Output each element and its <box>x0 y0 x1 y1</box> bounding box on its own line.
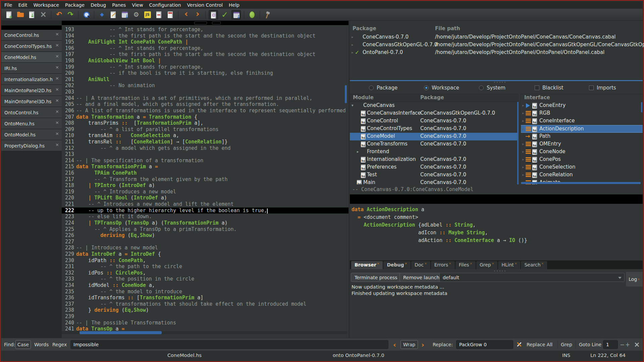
file-tab-ConeControlTypes.hs[interactable]: ConeControlTypes.hs× <box>1 41 62 51</box>
splitter-grip[interactable] <box>494 82 505 83</box>
editor-line[interactable]: 213 <box>62 151 348 158</box>
wrap-toggle[interactable]: Wrap <box>400 340 418 349</box>
radio-control[interactable] <box>479 85 484 90</box>
editor-line[interactable]: 195 AniFlight Int ConePath ConePath | <box>62 39 348 45</box>
interface-row-OMEntry[interactable]: ▸hsOMEntry <box>521 140 643 148</box>
editor-line[interactable]: 211 transRel :: [ConeRelation] → [ConeRe… <box>62 139 348 145</box>
doc-header-icon[interactable] <box>166 10 175 19</box>
replace-all-button[interactable]: Replace All <box>527 338 552 351</box>
package-row[interactable]: ▸✓OntoPanel-0.7.0/home/jutaro/Develop/Pr… <box>350 49 643 57</box>
module-row-Main[interactable]: hsMainConeCanvas-0.7.0 <box>350 179 519 184</box>
settings-page-icon[interactable]: ⚙ <box>209 10 218 19</box>
words-toggle[interactable]: Words <box>34 338 49 351</box>
open-file-icon[interactable] <box>16 10 25 19</box>
editor-line[interactable]: 209 -- ^ a list of parallel transformati… <box>62 126 348 133</box>
editor-strip-button[interactable] <box>194 21 207 24</box>
close-icon[interactable]: × <box>405 262 408 265</box>
editor-line[interactable]: 215data TransformationPrim a = <box>62 164 348 170</box>
radio-control[interactable] <box>369 85 374 90</box>
file-tab-OntoModel.hs[interactable]: OntoModel.hs× <box>1 129 62 140</box>
tab-log[interactable]: Log× <box>626 272 643 287</box>
checkbox-imports[interactable]: Imports <box>589 85 616 91</box>
expander-open-icon[interactable]: ▾ <box>352 103 354 108</box>
check-icon[interactable]: ✓ <box>220 10 229 19</box>
close-icon[interactable]: × <box>637 278 640 281</box>
editor-line[interactable]: 202 -- No animation <box>62 82 348 89</box>
module-row-Frontend[interactable]: ▸Frontend <box>350 148 519 156</box>
editor-line[interactable]: 228-- | Introduces a new model <box>62 245 348 251</box>
axe-icon[interactable] <box>263 10 272 19</box>
file-tab-MainOntoPanel3D.hs[interactable]: MainOntoPanel3D.hs× <box>1 96 62 107</box>
editor-line[interactable]: 226 deriving (Eq,Show) <box>62 232 348 239</box>
module-row-ConeControl[interactable]: hsConeControlConeCanvas-0.7.0 <box>350 117 519 125</box>
expander-icon[interactable]: ▸ <box>522 119 524 123</box>
goto-increment-button[interactable]: + <box>625 338 630 351</box>
editor-line[interactable]: 199 -- ^ Int stands for percentage, <box>62 64 348 70</box>
file-tab-OntoControl.hs[interactable]: OntoControl.hs× <box>1 107 62 118</box>
terminate-process-button[interactable]: Terminate process <box>351 273 401 282</box>
close-icon[interactable]: × <box>492 262 494 265</box>
panel-divider-blue[interactable] <box>350 80 643 81</box>
grep-button[interactable]: Grep <box>561 338 572 351</box>
editor-line[interactable]: 204-- | A transformation is a set of pri… <box>62 95 348 102</box>
editor-line[interactable]: 240-- | The possible Transformations <box>62 320 348 326</box>
interface-row-ConeSelection[interactable]: ▸hsConeSelection <box>521 164 643 171</box>
module-row-Test[interactable]: hsTestConeCanvas-0.7.0 <box>350 171 519 179</box>
close-icon[interactable]: × <box>55 32 59 37</box>
close-findbar-icon[interactable]: × <box>634 338 640 351</box>
doc-remove-icon[interactable] <box>154 10 164 19</box>
close-icon[interactable]: × <box>55 76 59 81</box>
case-toggle[interactable]: Case <box>15 340 31 349</box>
module-vertical-scrollbar[interactable] <box>517 102 519 184</box>
interface-row-ConeNode[interactable]: ▸hsConeNode <box>521 148 643 156</box>
checkbox-blacklist[interactable]: Blacklist <box>535 85 564 91</box>
editor-line[interactable]: 207data Transformation a = Transformatio… <box>62 114 348 120</box>
save-file-icon[interactable]: ↓ <box>27 10 37 19</box>
editor-line[interactable]: 234 idModel :: ConeNode a, <box>62 282 348 289</box>
interface-row-ConePos[interactable]: ▸hsConePos <box>521 156 643 164</box>
interface-row-RGB[interactable]: ▸hsRGB <box>521 110 643 117</box>
editor-line[interactable]: 214-- | The specification of a transform… <box>62 158 348 164</box>
menu-view[interactable]: View <box>129 1 146 9</box>
package-row[interactable]: ▸ConeCanvasGtkOpenGL-0.7.0/home/jutaro/D… <box>350 41 643 49</box>
editor-line[interactable]: 200 -- if the bool is true it is startti… <box>62 70 348 76</box>
editor-line[interactable]: 193 -- ^ Int stands for percentage, <box>62 26 348 33</box>
editor-line[interactable]: 216 TPAim ConePath <box>62 170 348 176</box>
expander-icon[interactable]: ▸ <box>522 142 524 146</box>
editor-vertical-scrollbar[interactable] <box>345 85 347 103</box>
module-row-Preferences[interactable]: hsPreferencesConeCanvas-0.7.0 <box>350 164 519 171</box>
editor-lines[interactable]: 193 -- ^ Int stands for percentage,194 -… <box>62 25 348 332</box>
gears-icon[interactable]: ⚙ <box>131 10 141 19</box>
editor-line[interactable]: 224 | TPTransOp (TransOp a) (Transformat… <box>62 220 348 226</box>
checkbox-control[interactable] <box>535 85 539 90</box>
close-icon[interactable]: × <box>55 54 59 59</box>
menu-version-control[interactable]: Version Control <box>184 1 226 9</box>
run-window-icon[interactable]: ↓ <box>120 10 129 19</box>
close-icon[interactable]: × <box>377 262 380 265</box>
editor-line[interactable]: 225 -- ^ Applies a TransOp to a primTran… <box>62 226 348 233</box>
editor-line[interactable]: 238 } deriving (Eq,Show) <box>62 307 348 313</box>
checkbox-control[interactable] <box>589 85 594 90</box>
radio-workspace[interactable]: Workspace <box>424 85 459 91</box>
goto-decrement-button[interactable]: − <box>620 338 625 351</box>
editor-line[interactable]: 233 -- ^ the position in the circle <box>62 276 348 282</box>
expander-icon[interactable]: ▸ <box>352 35 354 39</box>
close-file-icon[interactable]: × <box>39 10 48 19</box>
search-input[interactable] <box>70 340 388 349</box>
editor-line[interactable]: 201 AniNull <box>62 76 348 83</box>
editor-strip-button[interactable] <box>212 21 221 24</box>
menu-package[interactable]: Package <box>62 1 88 9</box>
close-icon[interactable]: × <box>470 262 472 265</box>
back-icon[interactable]: ‹ <box>181 10 191 19</box>
editor-line[interactable]: 236 idTransforms :: [TransformationPrim … <box>62 295 348 301</box>
expander-icon[interactable]: ▸ <box>522 103 524 108</box>
module-row-ConeTransforms[interactable]: hsConeTransformsConeCanvas-0.7.0 <box>350 140 519 148</box>
interface-row-ConeEntry[interactable]: ▸hsConeEntry <box>521 102 643 110</box>
find-next-icon[interactable]: › <box>421 338 424 351</box>
launch-config-dropdown[interactable]: default <box>439 273 625 282</box>
interface-row-ConeRelation[interactable]: ▸hsConeRelation <box>521 171 643 179</box>
editor-line[interactable]: 198 AniGlobalView Int Bool | <box>62 58 348 64</box>
editor-line[interactable]: 194 -- the first path is the start and t… <box>62 33 348 39</box>
module-row-ConeControlTypes[interactable]: hsConeControlTypesConeCanvas-0.7.0 <box>350 125 519 133</box>
close-icon[interactable]: × <box>449 262 451 265</box>
